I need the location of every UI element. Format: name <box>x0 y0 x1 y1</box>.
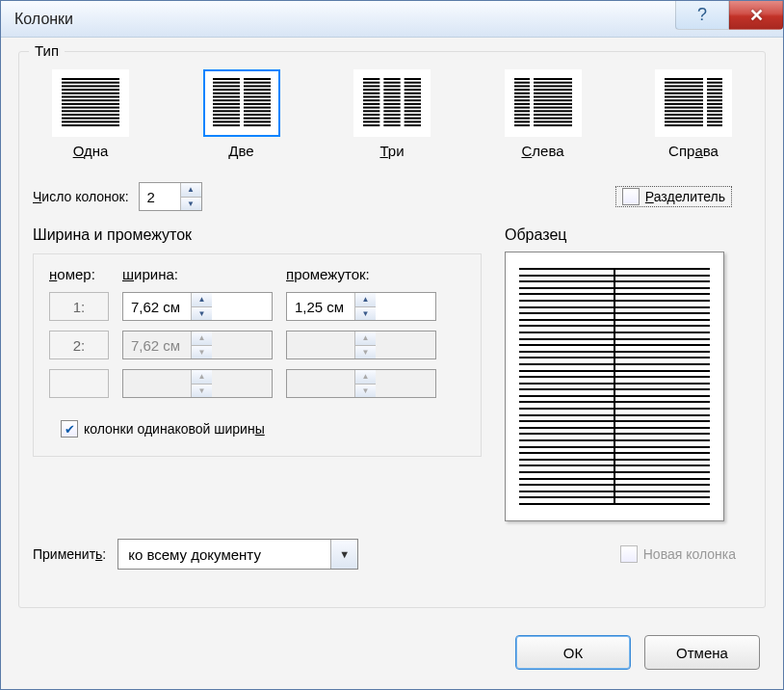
type-presets-row: ОднаДвеТриСлеваСправа <box>33 60 751 165</box>
svg-rect-90 <box>514 99 530 101</box>
type-preset-три[interactable]: Три <box>353 69 431 159</box>
gap-spinner[interactable]: ▲▼ <box>286 292 436 321</box>
spinner-down-icon: ▼ <box>192 346 212 359</box>
equal-width-row: ✔ колонки одинаковой ширины <box>49 419 465 438</box>
svg-rect-109 <box>534 118 572 119</box>
svg-rect-72 <box>405 85 421 87</box>
svg-rect-127 <box>707 82 722 84</box>
type-preset-одна[interactable]: Одна <box>52 69 129 159</box>
width-spinner-input[interactable] <box>123 293 191 320</box>
svg-rect-110 <box>534 120 572 122</box>
svg-rect-35 <box>244 103 271 105</box>
column-count-spinner[interactable]: ▲ ▼ <box>139 182 202 211</box>
svg-rect-65 <box>383 110 400 112</box>
svg-rect-29 <box>244 82 271 84</box>
svg-rect-105 <box>534 103 572 105</box>
apply-combo-text: ко всему документу <box>118 540 330 569</box>
row-number-cell <box>49 369 109 398</box>
svg-rect-47 <box>363 96 379 98</box>
checkbox-icon <box>620 545 638 563</box>
svg-rect-68 <box>383 120 400 122</box>
svg-rect-37 <box>244 110 271 112</box>
cancel-button[interactable]: Отмена <box>644 635 760 670</box>
main-group: Тип ОднаДвеТриСлеваСправа Число колонок:… <box>18 51 766 608</box>
svg-rect-59 <box>383 89 400 91</box>
type-preset-справа[interactable]: Справа <box>655 69 732 159</box>
columns-dialog: Колонки ? ✕ Тип ОднаДвеТриСлеваСправа Чи… <box>0 0 784 690</box>
gap-spinner: ▲▼ <box>286 331 436 359</box>
svg-rect-8 <box>62 107 119 109</box>
type-preset-две[interactable]: Две <box>203 69 280 159</box>
gap-spinner: ▲▼ <box>286 369 436 398</box>
type-preset-слева[interactable]: Слева <box>505 69 582 159</box>
svg-rect-100 <box>534 85 572 87</box>
svg-rect-104 <box>534 99 572 101</box>
spinner-down-icon: ▼ <box>192 385 212 398</box>
svg-rect-51 <box>363 110 379 112</box>
preview-title: Образец <box>505 226 751 244</box>
close-button[interactable]: ✕ <box>729 1 783 30</box>
svg-rect-7 <box>62 103 119 105</box>
svg-rect-61 <box>383 96 400 98</box>
svg-rect-12 <box>62 120 119 122</box>
svg-rect-136 <box>707 114 722 116</box>
help-button[interactable]: ? <box>675 1 729 30</box>
svg-rect-36 <box>244 107 271 109</box>
gap-spinner-input[interactable] <box>287 293 354 320</box>
svg-rect-71 <box>405 82 421 84</box>
apply-combo[interactable]: ко всему документу ▼ <box>118 539 358 570</box>
titlebar: Колонки ? ✕ <box>1 1 783 38</box>
spinner-up-icon[interactable]: ▲ <box>192 293 212 307</box>
svg-rect-16 <box>213 85 240 87</box>
new-column-checkbox: Новая колонка <box>614 544 742 564</box>
chevron-down-icon[interactable]: ▼ <box>330 540 357 569</box>
svg-rect-67 <box>383 118 400 119</box>
svg-rect-25 <box>213 118 240 119</box>
width-spacing-title: Ширина и промежуток <box>33 226 482 244</box>
svg-rect-2 <box>62 85 119 87</box>
width-spinner[interactable]: ▲▼ <box>122 292 273 321</box>
spinner-up-icon[interactable]: ▲ <box>355 293 376 307</box>
spinner-up-icon: ▲ <box>192 332 212 346</box>
svg-rect-52 <box>363 114 379 116</box>
ws-header: ширина: <box>122 266 273 282</box>
svg-rect-120 <box>665 107 703 109</box>
svg-rect-40 <box>244 120 271 122</box>
svg-rect-63 <box>383 103 400 105</box>
preview-separator <box>614 268 615 505</box>
spinner-down-icon[interactable]: ▼ <box>181 198 201 211</box>
width-spinner-input <box>123 370 191 397</box>
svg-rect-117 <box>665 96 703 98</box>
column-count-input[interactable] <box>140 183 180 210</box>
spinner-up-icon[interactable]: ▲ <box>181 183 201 198</box>
separator-checkbox[interactable]: Разделитель <box>615 186 732 207</box>
checkbox-checked-icon: ✔ <box>61 420 78 438</box>
svg-rect-14 <box>213 78 240 80</box>
row-number-cell: 1: <box>49 292 109 321</box>
svg-rect-55 <box>363 124 379 126</box>
ok-button[interactable]: ОК <box>515 635 631 670</box>
svg-rect-9 <box>62 110 119 112</box>
svg-rect-32 <box>244 93 271 94</box>
count-group: Число колонок: ▲ ▼ <box>33 182 202 211</box>
preview-box <box>505 252 724 521</box>
svg-rect-132 <box>707 99 722 101</box>
spinner-down-icon[interactable]: ▼ <box>355 307 376 321</box>
svg-rect-76 <box>405 99 421 101</box>
svg-rect-69 <box>383 124 400 126</box>
svg-rect-125 <box>665 124 703 126</box>
svg-rect-23 <box>213 110 240 112</box>
svg-rect-118 <box>665 99 703 101</box>
spinner-up-icon: ▲ <box>355 370 376 385</box>
svg-rect-62 <box>383 99 400 101</box>
spinner-down-icon[interactable]: ▼ <box>192 307 212 321</box>
svg-rect-111 <box>534 124 572 126</box>
svg-rect-66 <box>383 114 400 116</box>
equal-width-checkbox[interactable]: ✔ колонки одинаковой ширины <box>55 419 271 438</box>
ws-header: промежуток: <box>286 266 436 282</box>
svg-rect-17 <box>213 89 240 91</box>
row-number-cell: 2: <box>49 331 109 359</box>
svg-rect-138 <box>707 120 722 122</box>
svg-rect-21 <box>213 103 240 105</box>
svg-rect-74 <box>405 93 421 94</box>
